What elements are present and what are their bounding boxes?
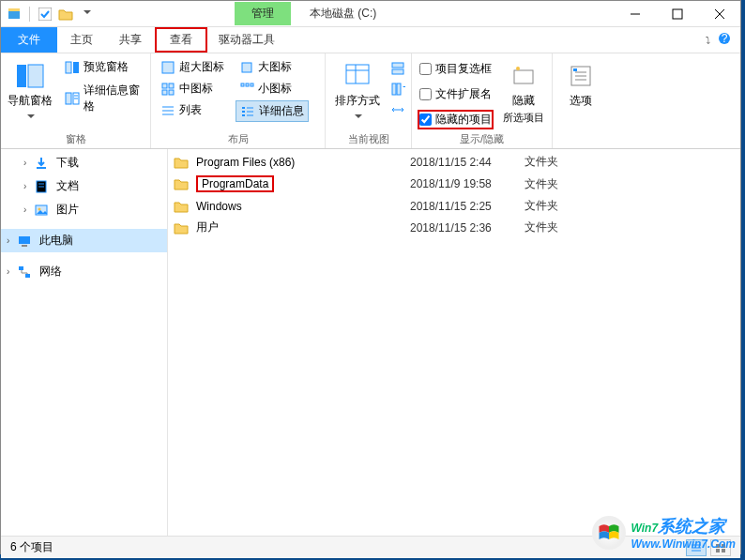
svg-rect-26 xyxy=(241,83,244,86)
item-checkboxes-toggle[interactable]: 项目复选框 xyxy=(418,59,494,79)
file-date: 2018/11/15 2:36 xyxy=(410,221,525,235)
layout-group-label: 布局 xyxy=(157,130,319,146)
ribbon: 导航窗格 预览窗格 详细信息窗格 窗格 xyxy=(1,53,740,149)
svg-rect-2 xyxy=(38,8,52,21)
file-name: Program Files (x86) xyxy=(196,156,295,169)
file-type: 文件夹 xyxy=(525,176,600,192)
chevron-right-icon: › xyxy=(23,158,26,168)
file-row[interactable]: 用户2018/11/15 2:36文件夹 xyxy=(168,217,740,238)
file-date: 2018/11/15 2:25 xyxy=(410,200,525,213)
svg-rect-35 xyxy=(346,65,369,83)
svg-rect-31 xyxy=(242,111,245,113)
chevron-right-icon: › xyxy=(23,181,26,191)
properties-icon[interactable] xyxy=(38,7,53,22)
help-icon[interactable]: ? xyxy=(718,32,731,48)
preview-pane-button[interactable]: 预览窗格 xyxy=(61,57,144,77)
context-tab-manage[interactable]: 管理 xyxy=(235,2,291,25)
nav-this-pc[interactable]: › 此电脑 xyxy=(1,229,167,252)
svg-rect-13 xyxy=(66,93,71,104)
details-pane-button[interactable]: 详细信息窗格 xyxy=(61,81,144,116)
currentview-group-label: 当前视图 xyxy=(331,130,405,146)
details-pane-icon xyxy=(65,91,80,106)
navigation-pane-button[interactable]: 导航窗格 xyxy=(7,57,53,124)
svg-rect-27 xyxy=(246,83,249,86)
add-columns-icon[interactable]: + xyxy=(390,82,405,97)
file-name: 用户 xyxy=(196,219,219,235)
this-pc-icon xyxy=(17,234,32,249)
panes-group-label: 窗格 xyxy=(7,130,144,146)
svg-rect-18 xyxy=(162,83,167,88)
nav-network[interactable]: › 网络 xyxy=(1,260,167,283)
minimize-button[interactable] xyxy=(614,1,656,27)
size-columns-icon[interactable] xyxy=(390,102,405,117)
file-name: ProgramData xyxy=(196,175,274,192)
collapse-ribbon-icon[interactable]: ⤵ xyxy=(706,35,710,45)
qat-customize-icon[interactable] xyxy=(79,7,94,22)
svg-rect-11 xyxy=(66,62,71,73)
folder-icon xyxy=(174,220,189,235)
details-view-button[interactable]: 详细信息 xyxy=(236,100,309,122)
svg-rect-19 xyxy=(169,83,174,88)
separator xyxy=(29,7,30,22)
folder-icon xyxy=(174,176,189,191)
preview-pane-icon xyxy=(65,60,80,75)
svg-rect-53 xyxy=(19,236,30,244)
file-ext-toggle[interactable]: 文件扩展名 xyxy=(418,84,494,104)
documents-icon xyxy=(34,179,49,194)
hidden-items-checkbox[interactable] xyxy=(419,114,432,126)
item-checkboxes-checkbox[interactable] xyxy=(419,63,432,75)
svg-rect-9 xyxy=(17,65,26,87)
file-date: 2018/11/15 2:44 xyxy=(410,156,525,169)
nav-documents[interactable]: › 文档 xyxy=(1,174,167,198)
window-title: 本地磁盘 (C:) xyxy=(310,6,376,22)
folder-icon xyxy=(174,199,189,214)
home-tab[interactable]: 主页 xyxy=(57,27,106,53)
explorer-window: 管理 本地磁盘 (C:) 文件 主页 共享 查看 驱动器工具 ⤵ ? 导航窗格 xyxy=(0,0,741,554)
share-tab[interactable]: 共享 xyxy=(106,27,155,53)
sort-by-button[interactable]: 排序方式 xyxy=(331,57,383,124)
view-tab[interactable]: 查看 xyxy=(155,27,207,53)
nav-pictures[interactable]: › 图片 xyxy=(1,198,167,221)
drive-tools-tab[interactable]: 驱动器工具 xyxy=(207,27,286,53)
file-tab[interactable]: 文件 xyxy=(1,27,57,53)
svg-rect-10 xyxy=(28,65,43,87)
options-button[interactable]: 选项 xyxy=(558,57,603,109)
svg-rect-4 xyxy=(673,9,682,19)
folder-icon[interactable] xyxy=(58,7,73,22)
close-button[interactable] xyxy=(698,1,740,27)
svg-rect-40 xyxy=(392,83,396,95)
watermark-logo-icon xyxy=(592,516,626,550)
svg-text:?: ? xyxy=(722,32,728,45)
svg-rect-46 xyxy=(573,68,577,71)
hidden-items-toggle[interactable]: 隐藏的项目 xyxy=(418,110,494,129)
file-type: 文件夹 xyxy=(525,198,600,214)
medium-icon xyxy=(160,82,175,97)
file-row[interactable]: Windows2018/11/15 2:25文件夹 xyxy=(168,195,740,217)
file-name: Windows xyxy=(196,200,242,213)
list-button[interactable]: 列表 xyxy=(157,100,228,120)
file-ext-checkbox[interactable] xyxy=(419,88,432,100)
downloads-icon xyxy=(34,156,49,171)
svg-rect-38 xyxy=(392,63,403,68)
extra-large-icons-button[interactable]: 超大图标 xyxy=(157,57,228,77)
small-icons-button[interactable]: 小图标 xyxy=(236,79,309,98)
maximize-button[interactable] xyxy=(656,1,698,27)
svg-rect-33 xyxy=(242,114,245,116)
file-list[interactable]: Program Files (x86)2018/11/15 2:44文件夹Pro… xyxy=(168,149,740,536)
nav-downloads[interactable]: › 下载 xyxy=(1,151,167,174)
navigation-pane: › 下载 › 文档 › 图片 › 此电脑 › xyxy=(1,149,168,536)
group-by-icon[interactable] xyxy=(390,61,405,76)
file-type: 文件夹 xyxy=(525,219,600,235)
svg-rect-12 xyxy=(73,62,79,73)
medium-icons-button[interactable]: 中图标 xyxy=(157,79,228,98)
file-type: 文件夹 xyxy=(525,154,600,170)
file-row[interactable]: ProgramData2018/11/9 19:58文件夹 xyxy=(168,173,740,195)
file-row[interactable]: Program Files (x86)2018/11/15 2:44文件夹 xyxy=(168,151,740,173)
folder-icon xyxy=(174,155,189,170)
svg-rect-56 xyxy=(25,274,30,278)
svg-rect-1 xyxy=(8,8,20,11)
svg-text:+: + xyxy=(403,82,405,94)
hide-selected-button[interactable]: 隐藏 所选项目 xyxy=(501,57,546,125)
large-icons-button[interactable]: 大图标 xyxy=(236,57,309,77)
chevron-right-icon: › xyxy=(23,204,26,215)
